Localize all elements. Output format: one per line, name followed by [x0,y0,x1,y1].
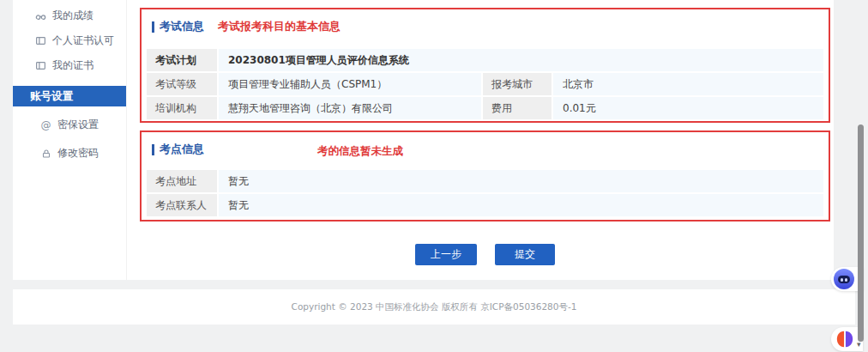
at-icon: @ [40,119,51,130]
exam-plan-label: 考试计划 [147,49,217,71]
content-panel: 我的成绩 个人证书认可 我的证书 账号设置 @ 密保设置 [13,0,834,280]
site-info-section: 考点信息 考的信息暂未生成 考点地址 暂无 考点联系人 暂无 [140,130,830,222]
exam-plan-value: 20230801项目管理人员评价信息系统 [219,49,823,71]
certificate-icon [35,60,46,71]
city-label: 报考城市 [483,73,552,95]
sidebar-item-label: 个人证书认可 [52,33,114,48]
fee-label: 费用 [483,97,552,119]
previous-step-button[interactable]: 上一步 [415,244,477,265]
site-info-note: 考的信息暂未生成 [317,144,403,159]
site-address-label: 考点地址 [147,170,217,192]
exam-info-title: 考试信息 [160,19,204,34]
site-contact-label: 考点联系人 [147,194,217,216]
site-address-value: 暂无 [219,170,823,192]
sidebar-item-label: 我的证书 [52,58,93,73]
exam-registration-page: { "sidebar": { "items": [ { "label": "我的… [0,0,868,352]
sidebar-item-my-scores[interactable]: 我的成绩 [13,3,126,28]
sidebar-item-account-settings[interactable]: 账号设置 [13,86,126,106]
sidebar-item-label: 密保设置 [57,118,99,132]
title-accent-bar [152,21,154,33]
glasses-icon [35,10,46,21]
page-footer: Copyright © 2023 中国标准化协会 版权所有 京ICP备05036… [13,289,855,325]
submit-button[interactable]: 提交 [495,244,555,265]
training-org-value: 慧翔天地管理咨询（北京）有限公司 [219,97,481,119]
site-info-table: 考点地址 暂无 考点联系人 暂无 [147,170,823,216]
robot-face-icon [834,269,854,289]
site-contact-value: 暂无 [219,194,823,216]
exam-info-section: 考试信息 考试报考科目的基本信息 考试计划 20230801项目管理人员评价信息… [140,8,830,123]
sidebar-item-security-settings[interactable]: @ 密保设置 [13,112,126,137]
title-accent-bar [152,144,154,155]
site-info-header: 考点信息 [152,142,204,157]
scroll-down-arrow-icon[interactable]: ▾ [857,340,861,349]
sidebar: 我的成绩 个人证书认可 我的证书 账号设置 @ 密保设置 [13,0,127,280]
certificate-icon [35,35,46,46]
lock-icon [40,148,51,159]
exam-level-value: 项目管理专业辅助人员（CSPM1） [219,73,481,95]
sidebar-item-cert-recognition[interactable]: 个人证书认可 [13,28,126,53]
copyright-text: Copyright © 2023 中国标准化协会 版权所有 京ICP备05036… [292,301,577,313]
training-org-label: 培训机构 [147,97,217,119]
sidebar-item-my-certificates[interactable]: 我的证书 [13,53,126,78]
exam-level-label: 考试等级 [147,73,217,95]
fee-value: 0.01元 [553,97,823,119]
exam-info-note: 考试报考科目的基本信息 [218,19,341,34]
exam-info-header: 考试信息 考试报考科目的基本信息 [152,19,341,34]
exam-info-table: 考试计划 20230801项目管理人员评价信息系统 考试等级 项目管理专业辅助人… [147,49,823,119]
site-info-title: 考点信息 [160,142,204,157]
city-value: 北京市 [553,73,823,95]
sidebar-item-label: 账号设置 [30,89,73,104]
sidebar-item-label: 修改密码 [57,146,99,161]
sidebar-item-label: 我的成绩 [52,9,93,23]
sidebar-item-change-password[interactable]: 修改密码 [13,141,126,166]
brain-icon [835,330,854,349]
vertical-scrollbar[interactable] [858,124,864,342]
